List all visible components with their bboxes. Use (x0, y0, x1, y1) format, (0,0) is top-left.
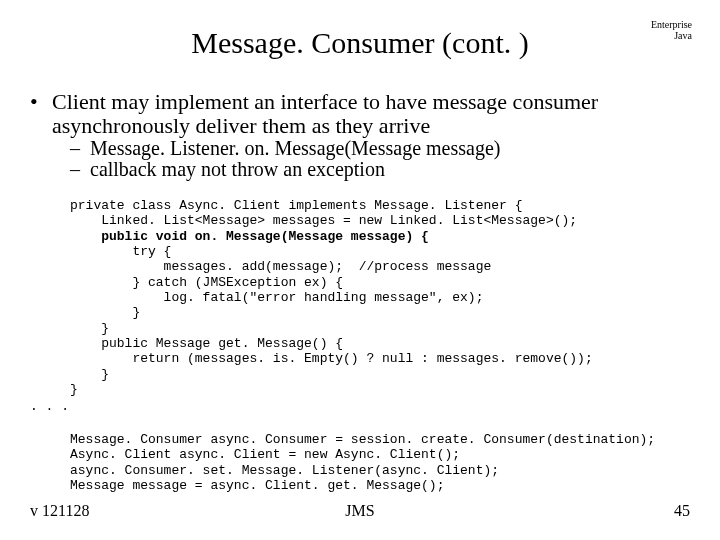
slide-title: Message. Consumer (cont. ) (0, 26, 720, 60)
code-line: public Message get. Message() { (70, 336, 343, 351)
sub-bullet: – Message. Listener. on. Message(Message… (70, 138, 690, 160)
code-line: } (70, 382, 78, 397)
code-line: } (70, 367, 109, 382)
code-line: public void on. Message(Message message)… (70, 229, 429, 244)
code-line: Message message = async. Client. get. Me… (70, 478, 444, 493)
sub-text: callback may not throw an exception (90, 159, 690, 181)
slide: Message. Consumer (cont. ) Enterprise Ja… (0, 0, 720, 540)
code-line: Message. Consumer async. Consumer = sess… (70, 432, 655, 447)
footer-page-number: 45 (674, 502, 690, 520)
code-ellipsis: . . . (30, 399, 690, 414)
code-line: try { (70, 244, 171, 259)
sub-bullet: – callback may not throw an exception (70, 159, 690, 181)
slide-body: • Client may implement an interface to h… (30, 90, 690, 493)
bullet-item: • Client may implement an interface to h… (30, 90, 690, 138)
code-block-2: Message. Consumer async. Consumer = sess… (70, 417, 690, 494)
code-line: private class Async. Client implements M… (70, 198, 522, 213)
code-line: } (70, 305, 140, 320)
code-line: async. Consumer. set. Message. Listener(… (70, 463, 499, 478)
sub-marker: – (70, 138, 90, 160)
code-line: } (70, 321, 109, 336)
corner-line-2: Java (651, 31, 692, 42)
corner-line-1: Enterprise (651, 20, 692, 31)
bullet-text: Client may implement an interface to hav… (52, 90, 690, 138)
code-line: } catch (JMSException ex) { (70, 275, 343, 290)
code-line: Async. Client async. Client = new Async.… (70, 447, 460, 462)
code-line: log. fatal("error handling message", ex)… (70, 290, 483, 305)
corner-label: Enterprise Java (651, 20, 692, 41)
code-line: Linked. List<Message> messages = new Lin… (70, 213, 577, 228)
code-line: return (messages. is. Empty() ? null : m… (70, 351, 593, 366)
code-line: messages. add(message); //process messag… (70, 259, 491, 274)
code-block-1: private class Async. Client implements M… (70, 183, 690, 398)
sub-text: Message. Listener. on. Message(Message m… (90, 138, 690, 160)
footer-topic: JMS (0, 502, 720, 520)
bullet-marker: • (30, 90, 52, 138)
sub-marker: – (70, 159, 90, 181)
